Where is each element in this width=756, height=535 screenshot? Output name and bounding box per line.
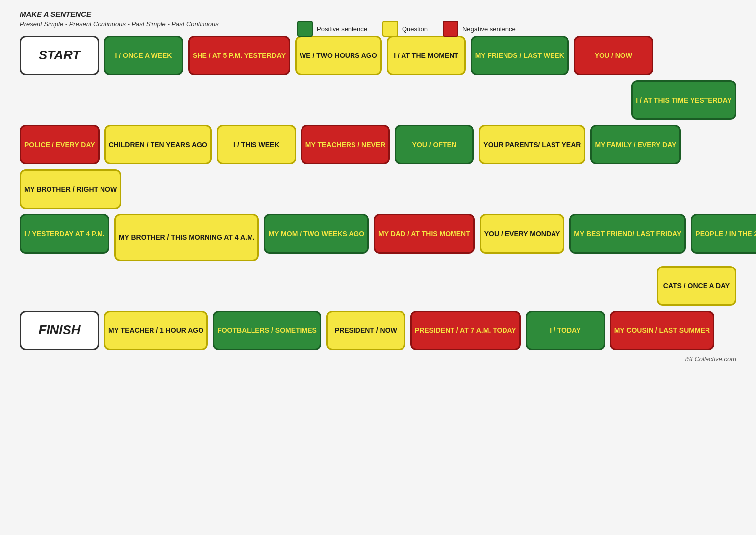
footer: iSLCollective.com: [20, 355, 736, 363]
board-row-row3: POLICE / EVERY DAYCHILDREN / TEN YEARS A…: [20, 125, 736, 164]
board: STARTI / ONCE A WEEKSHE / AT 5 P.M. YEST…: [20, 36, 736, 350]
negative-icon: [443, 21, 458, 37]
cell-start: START: [20, 36, 99, 75]
cell-r7c6: MY COUSIN / LAST SUMMER: [610, 311, 714, 350]
board-row-row5: I / YESTERDAY AT 4 P.M.MY BROTHER / THIS…: [20, 214, 736, 261]
cell-r7c3: PRESIDENT / NOW: [326, 311, 405, 350]
cell-r1c3: WE / TWO HOURS AGO: [295, 36, 382, 75]
legend: Positive sentence Question Negative sent…: [297, 21, 516, 37]
cell-r5c4: MY DAD / AT THIS MOMENT: [374, 214, 475, 254]
cell-r2c1: I / AT THIS TIME YESTERDAY: [631, 80, 736, 120]
legend-positive: Positive sentence: [297, 21, 367, 37]
cell-r3c6: YOUR PARENTS/ LAST YEAR: [479, 125, 585, 164]
cell-r3c4: MY TEACHERS / NEVER: [301, 125, 390, 164]
cell-r7c2: FOOTBALLERS / SOMETIMES: [213, 311, 321, 350]
positive-icon: [297, 21, 313, 37]
cell-r1c2: SHE / AT 5 P.M. YESTERDAY: [188, 36, 290, 75]
cell-r3c7: MY FAMILY / EVERY DAY: [590, 125, 681, 164]
board-row-row6: CATS / ONCE A DAY: [20, 266, 736, 306]
legend-negative: Negative sentence: [443, 21, 516, 37]
cell-r7c5: I / TODAY: [526, 311, 605, 350]
cell-r3c3: I / THIS WEEK: [217, 125, 296, 164]
board-row-row2: I / AT THIS TIME YESTERDAY: [20, 80, 736, 120]
cell-r4c1: MY BROTHER / RIGHT NOW: [20, 169, 121, 209]
question-label: Question: [402, 25, 428, 33]
cell-r7c4: PRESIDENT / AT 7 A.M. TODAY: [410, 311, 521, 350]
board-row-row4: MY BROTHER / RIGHT NOW: [20, 169, 736, 209]
negative-label: Negative sentence: [462, 25, 516, 33]
legend-question: Question: [382, 21, 428, 37]
positive-label: Positive sentence: [317, 25, 367, 33]
board-row-row7: FINISHMY TEACHER / 1 HOUR AGOFOOTBALLERS…: [20, 311, 736, 350]
cell-r1c1: I / ONCE A WEEK: [104, 36, 183, 75]
cell-r5c1: I / YESTERDAY AT 4 P.M.: [20, 214, 109, 254]
page-title: MAKE A SENTENCE: [20, 10, 736, 18]
cell-r6c1: CATS / ONCE A DAY: [657, 266, 736, 306]
cell-r3c1: POLICE / EVERY DAY: [20, 125, 100, 164]
cell-r5c5: YOU / EVERY MONDAY: [480, 214, 565, 254]
cell-r1c5: MY FRIENDS / LAST WEEK: [471, 36, 569, 75]
cell-r5c2: MY BROTHER / THIS MORNING AT 4 A.M.: [114, 214, 259, 261]
board-row-row1: STARTI / ONCE A WEEKSHE / AT 5 P.M. YEST…: [20, 36, 736, 75]
cell-r3c5: YOU / OFTEN: [395, 125, 474, 164]
cell-r5c6: MY BEST FRIEND/ LAST FRIDAY: [569, 214, 686, 254]
cell-finish: FINISH: [20, 311, 99, 350]
header: MAKE A SENTENCE Present Simple - Present…: [20, 10, 736, 28]
cell-r1c6: YOU / NOW: [574, 36, 653, 75]
question-icon: [382, 21, 398, 37]
cell-r5c7: PEOPLE / IN THE 20TH CENTURY: [691, 214, 756, 254]
cell-r7c1: MY TEACHER / 1 HOUR AGO: [104, 311, 208, 350]
cell-r1c4: I / AT THE MOMENT: [387, 36, 466, 75]
cell-r3c2: CHILDREN / TEN YEARS AGO: [104, 125, 212, 164]
cell-r5c3: MY MOM / TWO WEEKS AGO: [264, 214, 369, 254]
